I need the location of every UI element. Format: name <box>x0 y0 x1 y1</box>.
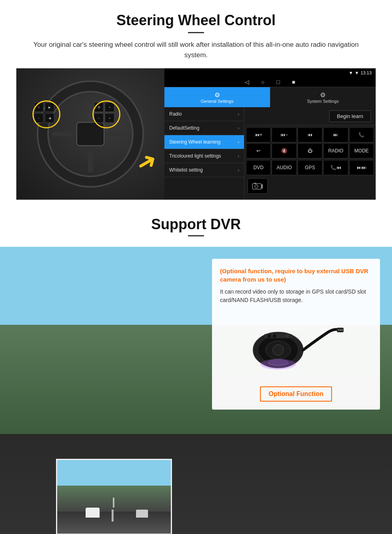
camera-svg-icon <box>252 182 264 190</box>
title-divider <box>188 32 204 33</box>
svg-rect-3 <box>254 183 256 184</box>
ctrl-btn-mode[interactable]: MODE <box>349 143 374 158</box>
menu-item-radio[interactable]: Radio › <box>164 107 244 121</box>
svg-rect-14 <box>340 329 341 331</box>
menu-item-steering[interactable]: Steering Wheel learning › <box>164 135 244 149</box>
menu-item-whitelist[interactable]: Whitelist setting › <box>164 163 244 177</box>
svg-marker-2 <box>261 184 263 189</box>
svg-rect-13 <box>338 329 339 331</box>
wheel-background: + ▶ − ◀ ⚙ + ○ × ➜ <box>16 68 164 200</box>
android-panel: ▼ ▼ 13:13 ◁ ○ □ ■ ⚙ General Settings ⚙ <box>164 68 376 200</box>
wheel-spoke-right <box>108 132 128 136</box>
steering-description: Your original car's steering wheel contr… <box>32 40 360 60</box>
optional-function-area: Optional Function <box>220 382 372 402</box>
begin-learn-row: Begin learn <box>244 107 376 126</box>
system-settings-icon: ⚙ <box>320 91 326 99</box>
menu-item-whitelist-label: Whitelist setting <box>169 167 203 173</box>
ctrl-btn-dvd[interactable]: DVD <box>246 160 271 175</box>
svg-point-17 <box>268 359 289 366</box>
nav-home-icon[interactable]: ○ <box>261 79 264 85</box>
ctrl-btn-phone[interactable]: 📞 <box>349 127 374 142</box>
nav-menu-icon[interactable]: ■ <box>292 79 295 85</box>
dvr-description: It can record video only to storage in G… <box>220 288 372 304</box>
panel-content: Radio › DefaultSetting › Steering Wheel … <box>164 107 376 200</box>
menu-item-default-label: DefaultSetting <box>169 125 199 131</box>
menu-item-tricolour[interactable]: Tricoloured light settings › <box>164 149 244 163</box>
svg-rect-15 <box>342 329 343 331</box>
last-control-row: DVD AUDIO GPS 📞⏮ ⏭⏭ <box>244 160 376 177</box>
tab-system-label: System Settings <box>307 99 339 104</box>
menu-item-steering-label: Steering Wheel learning <box>169 139 220 145</box>
wheel-spoke-left <box>52 132 72 136</box>
ctrl-btn-power[interactable]: ⏻ <box>298 143 322 158</box>
menu-item-tricolour-label: Tricoloured light settings <box>169 153 221 159</box>
android-status-bar: ▼ ▼ 13:13 <box>164 68 376 77</box>
ctrl-btn-radio[interactable]: RADIO <box>323 143 348 158</box>
steering-section: Steering Wheel Control Your original car… <box>0 0 392 208</box>
chevron-icon-2: › <box>238 126 239 130</box>
chevron-icon-3: › <box>238 140 239 144</box>
status-icons: ▼ ▼ 13:13 <box>349 70 372 75</box>
wifi-icon: ▼ <box>355 70 359 75</box>
svg-point-11 <box>286 335 288 338</box>
dvr-section: Support DVR (Optional function, require … <box>0 208 392 534</box>
begin-learn-button[interactable]: Begin learn <box>329 110 371 122</box>
ctrl-btn-vol-up[interactable]: ⏮+ <box>246 127 271 142</box>
android-nav-bar: ◁ ○ □ ■ <box>164 77 376 87</box>
ctrl-btn-next[interactable]: ⏭ <box>323 127 348 142</box>
dvr-preview-inset <box>56 459 172 534</box>
ctrl-btn-mute[interactable]: 🔇 <box>272 143 296 158</box>
tab-general-settings[interactable]: ⚙ General Settings <box>164 87 270 107</box>
steering-title: Steering Wheel Control <box>16 12 376 29</box>
highlight-circle-left <box>32 100 60 128</box>
wheel-spoke-bottom <box>88 152 93 172</box>
steering-wheel-image: + ▶ − ◀ ⚙ + ○ × ➜ <box>16 68 164 200</box>
dvr-camera-illustration <box>220 310 372 382</box>
camera-row <box>244 177 376 195</box>
ctrl-btn-hang[interactable]: ↩ <box>246 143 271 158</box>
nav-back-icon[interactable]: ◁ <box>245 79 249 85</box>
highlight-circle-right <box>92 100 120 128</box>
dvr-title-area: Support DVR <box>0 208 392 247</box>
dvr-title: Support DVR <box>0 216 392 233</box>
general-settings-icon: ⚙ <box>214 91 220 99</box>
dvr-title-divider <box>188 235 204 236</box>
status-time: 13:13 <box>360 70 372 75</box>
dvr-info-card: (Optional function, require to buy exter… <box>212 259 380 410</box>
ctrl-btn-skip-next[interactable]: ⏭⏭ <box>349 160 374 175</box>
svg-rect-0 <box>252 184 261 189</box>
chevron-icon: › <box>238 112 239 116</box>
menu-list: Radio › DefaultSetting › Steering Wheel … <box>164 107 244 200</box>
nav-recents-icon[interactable]: □ <box>276 79 280 85</box>
svg-point-10 <box>273 334 276 338</box>
tab-general-label: General Settings <box>201 99 234 104</box>
svg-point-1 <box>255 185 258 188</box>
menu-item-radio-label: Radio <box>169 111 182 117</box>
button-grid-area: Begin learn ⏮+ ⏮− ⏮ ⏭ 📞 ↩ 🔇 ⏻ RADIO MODE <box>244 107 376 200</box>
svg-point-7 <box>273 345 284 356</box>
svg-point-9 <box>268 334 271 338</box>
optional-function-badge: Optional Function <box>260 386 332 402</box>
ctrl-btn-phone-prev[interactable]: 📞⏮ <box>323 160 348 175</box>
preview-road-image <box>57 460 171 534</box>
ctrl-btn-vol-down[interactable]: ⏮− <box>272 127 296 142</box>
tab-system-settings[interactable]: ⚙ System Settings <box>270 87 376 107</box>
control-button-grid: ⏮+ ⏮− ⏮ ⏭ 📞 ↩ 🔇 ⏻ RADIO MODE <box>244 126 376 160</box>
dvr-camera-svg <box>246 316 346 376</box>
steering-demo-area: + ▶ − ◀ ⚙ + ○ × ➜ <box>16 68 376 200</box>
signal-icon: ▼ <box>349 70 353 75</box>
dvr-background-image: (Optional function, require to buy exter… <box>0 247 392 534</box>
ctrl-btn-gps[interactable]: GPS <box>298 160 322 175</box>
chevron-icon-4: › <box>238 154 239 158</box>
dvr-optional-text: (Optional function, require to buy exter… <box>220 267 372 284</box>
ctrl-btn-audio[interactable]: AUDIO <box>272 160 296 175</box>
settings-tabs: ⚙ General Settings ⚙ System Settings <box>164 87 376 107</box>
camera-icon-btn[interactable] <box>248 178 268 194</box>
menu-item-default[interactable]: DefaultSetting › <box>164 121 244 135</box>
chevron-icon-5: › <box>238 168 239 172</box>
ctrl-btn-prev[interactable]: ⏮ <box>298 127 322 142</box>
